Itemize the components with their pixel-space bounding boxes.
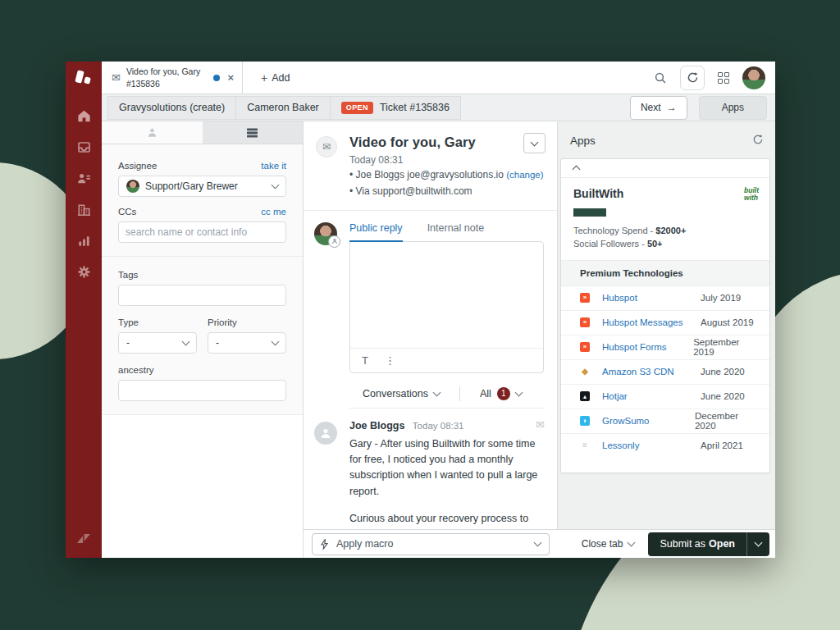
builtwith-app-card: BuiltWith built with Technology Spend - … (560, 158, 770, 473)
next-button[interactable]: Next → (630, 96, 687, 120)
premium-technologies-header: Premium Technologies (561, 260, 769, 286)
close-tab-icon[interactable]: × (226, 71, 235, 84)
macro-input[interactable] (335, 537, 528, 550)
count-badge: 1 (497, 387, 510, 400)
type-select[interactable]: - (118, 332, 197, 354)
channel-email-icon: ✉ (316, 136, 337, 158)
close-tab-dropdown[interactable]: Close tab (582, 538, 635, 550)
cc-me-link[interactable]: cc me (261, 207, 286, 217)
envelope-icon: ✉ (112, 71, 121, 84)
chevron-down-icon (514, 388, 523, 396)
ticket-created-time: Today 08:31 (349, 154, 546, 166)
tech-logo-icon (580, 391, 590, 401)
change-requester-link[interactable]: (change) (506, 170, 543, 180)
status-badge: OPEN (341, 102, 373, 114)
submit-as-open-button[interactable]: Submit as Open (648, 532, 746, 556)
text-format-icon[interactable]: T (362, 354, 368, 367)
take-it-link[interactable]: take it (261, 161, 286, 171)
message-author[interactable]: Joe Bloggs (349, 420, 404, 431)
product-logo-icon[interactable] (74, 69, 94, 89)
chevron-down-icon (628, 539, 636, 547)
conversation-message: ✉ Joe Bloggs Today 08:31 Gary - After us… (304, 409, 557, 529)
tech-date: September 2019 (693, 337, 758, 357)
customers-icon[interactable] (74, 168, 94, 188)
app-name: BuiltWith (573, 187, 623, 200)
app-sidebar (66, 62, 102, 558)
breadcrumb-ticket[interactable]: OPEN Ticket #135836 (330, 96, 461, 120)
conversation-filters: Conversations All 1 (363, 381, 531, 406)
message-channel-icon: ✉ (536, 418, 545, 431)
chevron-up-icon (573, 166, 581, 174)
tech-row: Hubspot Messages August 2019 (561, 311, 769, 336)
organizations-icon[interactable] (74, 199, 94, 219)
breadcrumb-org[interactable]: Gravysolutions (create) (107, 96, 236, 120)
agent-avatar[interactable] (742, 66, 765, 89)
assignee-avatar (126, 180, 139, 193)
apps-panel-title: Apps (570, 135, 596, 147)
apps-grid-icon[interactable] (718, 72, 729, 84)
views-icon[interactable] (74, 137, 94, 157)
reply-textarea[interactable] (350, 242, 543, 348)
ticket-properties-panel: Assignee take it Support/Gary Brewer CCs… (102, 121, 304, 558)
ticket-header: ✉ Video for you, Gary Today 08:31 Joe Bl… (304, 121, 557, 211)
ticket-footer: Close tab Submit as Open (304, 529, 775, 558)
admin-gear-icon[interactable] (74, 262, 94, 281)
tech-logo-icon (580, 342, 590, 352)
tech-date: June 2020 (701, 367, 745, 377)
tech-link[interactable]: GrowSumo (602, 416, 695, 426)
cc-search-input[interactable] (118, 221, 286, 243)
breadcrumb: Gravysolutions (create) Cameron Baker OP… (102, 94, 775, 121)
tech-link[interactable]: Lessonly (602, 441, 701, 450)
submit-options-button[interactable] (746, 532, 769, 556)
tech-logo-icon (580, 367, 590, 377)
tab-public-reply[interactable]: Public reply (349, 221, 403, 242)
header-options-button[interactable] (523, 133, 546, 153)
plus-icon: + (261, 71, 267, 84)
tab-ticket-fields[interactable] (203, 121, 304, 144)
apps-toggle-button[interactable]: Apps (699, 96, 767, 120)
add-tab-button[interactable]: + Add (261, 71, 290, 84)
social-followers: Social Followers - 50+ (561, 237, 769, 251)
apps-panel: Apps BuiltWith built with Technology Spe (558, 121, 775, 529)
home-icon[interactable] (74, 106, 94, 126)
tech-link[interactable]: Amazon S3 CDN (602, 367, 701, 377)
tags-input[interactable] (118, 285, 286, 306)
tech-link[interactable]: Hotjar (602, 391, 701, 401)
collapse-app-button[interactable] (561, 159, 769, 178)
search-icon[interactable] (654, 71, 667, 84)
ccs-label: CCs (118, 207, 136, 217)
assignee-select[interactable]: Support/Gary Brewer (118, 176, 286, 197)
tech-row: Lessonly April 2021 (561, 434, 769, 458)
chevron-down-icon (272, 338, 280, 346)
more-options-icon[interactable]: ⋮ (385, 354, 396, 367)
properties-tabs (102, 121, 303, 144)
unread-dot (213, 75, 220, 81)
ancestry-input[interactable] (118, 380, 286, 401)
apps-refresh-icon[interactable] (752, 134, 764, 148)
message-time: Today 08:31 (413, 421, 464, 431)
conversations-dropdown[interactable]: Conversations (363, 388, 440, 399)
ticket-tab[interactable]: ✉ Video for you, Gary #135836 × (102, 62, 243, 94)
ticket-via: Via support@builtwith.com (349, 185, 546, 199)
chevron-down-icon (272, 181, 280, 189)
tech-link[interactable]: Hubspot Messages (602, 317, 701, 327)
ancestry-label: ancestry (118, 365, 153, 375)
tech-link[interactable]: Hubspot (602, 293, 701, 303)
tab-internal-note[interactable]: Internal note (427, 221, 485, 242)
tech-row: Hotjar June 2020 (561, 385, 769, 409)
tech-row: GrowSumo December 2020 (561, 409, 769, 434)
all-filter-dropdown[interactable]: All 1 (480, 387, 522, 400)
composer-avatar (314, 222, 337, 245)
tech-link[interactable]: Hubspot Forms (602, 342, 693, 352)
reply-tabs: Public reply Internal note (349, 221, 544, 242)
refresh-button[interactable] (680, 66, 705, 90)
chevron-down-icon (432, 388, 441, 396)
apply-macro-select[interactable] (312, 533, 550, 555)
breadcrumb-person[interactable]: Cameron Baker (235, 96, 331, 120)
tab-requester[interactable] (102, 121, 203, 144)
priority-select[interactable]: - (208, 332, 286, 354)
reply-editor[interactable]: T ⋮ (349, 241, 544, 373)
reporting-icon[interactable] (74, 231, 94, 250)
ticket-title: Video for you, Gary (349, 135, 546, 150)
arrow-right-icon: → (667, 102, 677, 113)
